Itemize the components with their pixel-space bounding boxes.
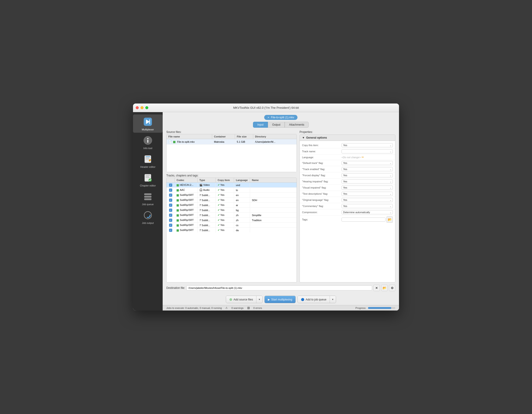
language-edit-button[interactable]: ✏ (361, 156, 364, 159)
track-row-0[interactable]: ✓ HEVC/H.2... 🎬 Video ✔ Yes und (167, 183, 296, 188)
forced-display-select[interactable]: YesNo (342, 173, 393, 177)
sidebar-label-header-editor: Header editor (140, 166, 156, 168)
track-green-6 (177, 214, 179, 217)
track-checkbox-8[interactable]: ✓ (167, 224, 175, 227)
source-file-name: 📄 File-to-split.mkv (167, 139, 212, 144)
destination-browse-button[interactable]: 📂 (381, 285, 388, 291)
sidebar-item-chapter-editor[interactable]: Chapter editor (133, 171, 163, 189)
close-button[interactable] (136, 106, 139, 109)
track-checkbox-4[interactable]: ✓ (167, 203, 175, 207)
track-checkbox-7[interactable]: ✓ (167, 219, 175, 222)
add-icon: ⊕ (229, 297, 232, 302)
track-checkbox-0[interactable]: ✓ (167, 184, 175, 187)
sidebar-item-header-editor[interactable]: Header editor (133, 152, 163, 170)
sidebar-item-multiplexer[interactable]: Multiplexer (133, 114, 163, 133)
main-window: MKVToolNix GUI v82.0 ('I'm The President… (133, 103, 399, 311)
track-enabled-select[interactable]: YesNo (342, 167, 393, 171)
play-icon: ▶ (268, 298, 270, 301)
track-green-7 (177, 219, 179, 221)
source-file-container: Matroska (212, 139, 235, 144)
prop-tags-label: Tags: (302, 218, 340, 221)
th-lang: Language (234, 178, 250, 182)
prop-trackname-label: Track name: (302, 150, 340, 153)
source-file-size: 5.1 GiB (235, 139, 253, 144)
svg-rect-7 (146, 158, 149, 158)
track-row-6[interactable]: ✓ SubRip/SRT T Subtit... ✔ Yes zh Simpli… (167, 213, 296, 218)
start-mux-label: Start multiplexing (271, 298, 292, 301)
track-checkbox-9[interactable]: ✓ (167, 229, 175, 232)
tab-attachments[interactable]: Attachments (285, 122, 309, 128)
commentary-select[interactable]: YesNo (342, 204, 393, 208)
destination-options-button[interactable]: ⚙ (389, 285, 395, 291)
file-tab[interactable]: ✕ File-to-split (1).mkv (264, 115, 297, 120)
sidebar-item-info-tool[interactable]: Info tool (133, 133, 163, 151)
tab-bar-outer: ✕ File-to-split (1).mkv Input Output Att… (163, 112, 399, 128)
start-mux-button[interactable]: ▶ Start multiplexing (265, 296, 295, 303)
prop-visual-impaired: "Visual impaired" flag: YesNo (300, 185, 395, 191)
prop-hearing-label: "Hearing impaired" flag: (302, 180, 340, 183)
track-checkbox-2[interactable]: ✓ (167, 193, 175, 197)
track-row-1[interactable]: ✓ AAC 🎧 Audio ✔ Yes to (167, 188, 296, 193)
track-row-8[interactable]: ✓ SubRip/SRT T Subtit... ✔ Yes cs (167, 223, 296, 228)
track-row-3[interactable]: ✓ SubRip/SRT T Subtit... ✔ Yes en SDH (167, 198, 296, 203)
track-row-5[interactable]: ✓ SubRip/SRT T Subtit... ✔ Yes bg (167, 208, 296, 213)
prop-origlang-control: YesNo (342, 198, 393, 202)
track-row-9[interactable]: ✓ SubRip/SRT T Subtit... ✔ Yes da (167, 228, 296, 232)
track-row-7[interactable]: ✓ SubRip/SRT T Subtit... ✔ Yes zh Tradit… (167, 218, 296, 223)
default-track-select[interactable]: YesNo (342, 161, 393, 165)
svg-rect-14 (144, 193, 152, 195)
multiplexer-icon (142, 116, 153, 127)
sidebar: Multiplexer Info tool (133, 112, 163, 311)
th-codec: Codec (175, 178, 198, 182)
original-lang-select[interactable]: YesNo (342, 198, 393, 202)
sidebar-label-multiplexer: Multiplexer (142, 128, 154, 131)
tab-output[interactable]: Output (268, 122, 285, 128)
file-tab-close-icon[interactable]: ✕ (267, 116, 269, 119)
two-col-layout: Source files: File name Container File s… (166, 130, 395, 283)
source-file-row[interactable]: 📄 File-to-split.mkv Matroska 5.1 GiB /Us… (167, 139, 296, 145)
compression-select[interactable]: Determine automatically (342, 210, 393, 214)
tags-input[interactable] (342, 218, 386, 221)
sidebar-item-job-output[interactable]: Job output (133, 208, 163, 226)
copy-item-select[interactable]: YesNo (342, 143, 393, 147)
sidebar-label-job-queue: Job queue (142, 203, 153, 206)
track-checkbox-3[interactable]: ✓ (167, 199, 175, 202)
track-row-4[interactable]: ✓ SubRip/SRT T Subtit... ✔ Yes ar (167, 203, 296, 208)
add-source-dropdown[interactable]: ▼ (256, 296, 262, 303)
track-checkbox-6[interactable]: ✓ (167, 214, 175, 217)
track-checkbox-5[interactable]: ✓ (167, 209, 175, 212)
tags-browse-button[interactable]: 📂 (386, 216, 393, 223)
prop-textdesc-control: YesNo (342, 192, 393, 196)
error-icon: 🖼 (247, 307, 250, 309)
destination-clear-button[interactable]: ✕ (373, 285, 380, 291)
svg-rect-4 (147, 140, 148, 143)
th-name: Name (250, 178, 296, 182)
prop-commentary-control: YesNo (342, 204, 393, 208)
prop-language: Language: <Do not change> ✏ (300, 155, 395, 160)
sidebar-item-job-queue[interactable]: Job queue (133, 189, 163, 207)
destination-input[interactable] (186, 285, 372, 290)
prop-copy-item: Copy this item: YesNo (300, 142, 395, 148)
th-container: Container (212, 134, 235, 139)
minimize-button[interactable] (141, 106, 143, 109)
source-files-table: File name Container File size Directory … (166, 134, 297, 172)
track-name-select[interactable] (342, 149, 393, 153)
add-queue-button[interactable]: 🔵 Add to job queue (298, 296, 330, 303)
destination-row: Destination file: ✕ 📂 ⚙ (166, 285, 395, 291)
prop-forced-label: "Forced display" flag: (302, 174, 340, 177)
tabs-row: Input Output Attachments (253, 122, 308, 128)
add-source-button[interactable]: ⊕ Add source files (226, 296, 256, 303)
visual-impaired-select[interactable]: YesNo (342, 185, 393, 190)
sidebar-label-chapter-editor: Chapter editor (140, 184, 156, 187)
maximize-button[interactable] (145, 106, 148, 109)
tab-input[interactable]: Input (253, 122, 268, 128)
add-queue-dropdown[interactable]: ▼ (330, 296, 336, 303)
track-row-2[interactable]: ✓ SubRip/SRT T Subtit... ✔ Yes en (167, 193, 296, 198)
th-directory: Directory (253, 134, 296, 139)
track-checkbox-1[interactable]: ✓ (167, 189, 175, 192)
hearing-impaired-select[interactable]: YesNo (342, 179, 393, 184)
text-desc-select[interactable]: YesNo (342, 192, 393, 196)
track-green-4 (177, 204, 179, 207)
prop-compression: Compression: Determine automatically (300, 209, 395, 215)
job-queue-icon (142, 191, 153, 202)
